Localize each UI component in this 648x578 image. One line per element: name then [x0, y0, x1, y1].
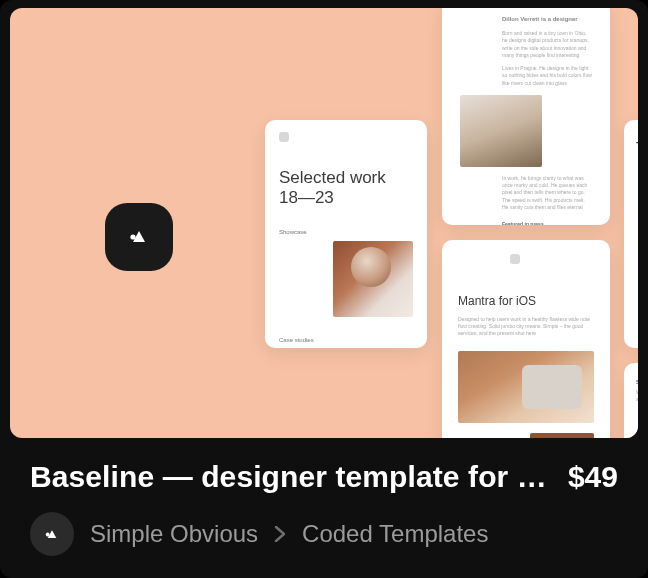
para-1: Born and raised in a tiny town in Ohio, …: [502, 30, 592, 59]
avatar-logo-icon: [44, 528, 60, 541]
preview-page-bottom-right: Strategy We were tasked to design a new …: [624, 363, 638, 438]
logo-icon: [128, 228, 150, 246]
category-link[interactable]: Coded Templates: [302, 520, 488, 548]
preview-page-right: The: [624, 120, 638, 348]
lead-text: Dillon Verrett is a designer: [502, 16, 592, 22]
para: Designed to help users work in a healthy…: [458, 316, 594, 337]
list-heading: Featured in press: [502, 221, 592, 225]
section-para: We were tasked to design a new experienc…: [636, 389, 638, 403]
page-title: Selected work 18—23: [279, 168, 413, 209]
brand-logo: [105, 203, 173, 271]
svg-point-1: [130, 234, 135, 239]
product-card[interactable]: Selected work 18—23 Showcase Case studie…: [0, 0, 648, 578]
svg-point-3: [46, 532, 50, 536]
page-logo-mark: [510, 254, 520, 264]
preview-image-secondary: [530, 433, 594, 438]
preview-page-about: Dillon Verrett is a designer Born and ra…: [442, 8, 610, 225]
para-2: Lives in Prague. He designs in the light…: [502, 65, 592, 87]
preview-image: [458, 351, 594, 423]
section-title: Strategy: [636, 379, 638, 385]
preview-image: [460, 95, 542, 167]
caret-right-icon: [274, 526, 286, 542]
section-label: Showcase: [279, 229, 413, 235]
product-price: $49: [568, 460, 618, 494]
case-label: Case studies: [279, 337, 413, 343]
product-thumbnail[interactable]: Selected work 18—23 Showcase Case studie…: [10, 8, 638, 438]
page-title: The: [636, 140, 638, 158]
product-title[interactable]: Baseline — designer template for F…: [30, 460, 550, 494]
author-link[interactable]: Simple Obvious: [90, 520, 258, 548]
preview-page-selected-work: Selected work 18—23 Showcase Case studie…: [265, 120, 427, 348]
preview-page-mantra: Mantra for iOS Designed to help users wo…: [442, 240, 610, 438]
page-logo-mark: [279, 132, 289, 142]
para-3: In work, he brings clarity to what was o…: [502, 175, 592, 211]
page-title: Mantra for iOS: [458, 294, 594, 308]
product-meta: Baseline — designer template for F… $49 …: [0, 438, 648, 578]
title-row: Baseline — designer template for F… $49: [30, 460, 618, 494]
author-avatar[interactable]: [30, 512, 74, 556]
preview-image: [333, 241, 413, 317]
byline: Simple Obvious Coded Templates: [30, 512, 618, 556]
